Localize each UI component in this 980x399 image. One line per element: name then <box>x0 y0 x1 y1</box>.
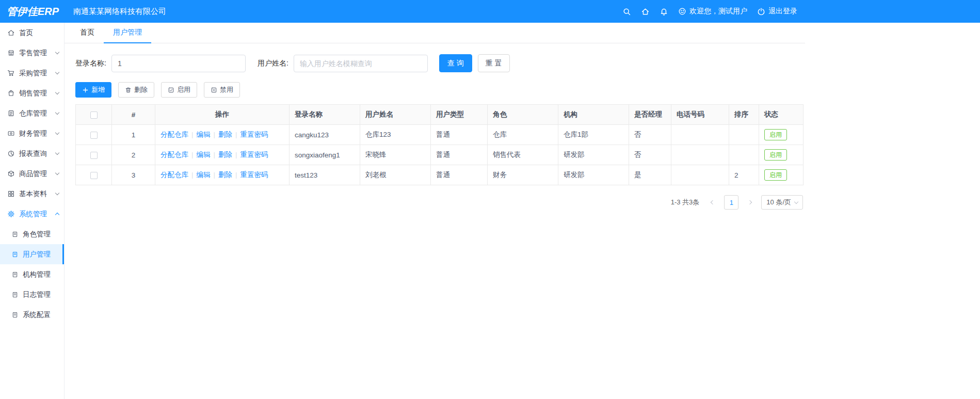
sidebar-item-products[interactable]: 商品管理 <box>0 164 64 184</box>
search-icon[interactable] <box>622 7 631 16</box>
manager-cell: 是 <box>629 165 671 185</box>
welcome-text: 欢迎您，测试用户 <box>689 7 747 16</box>
home-icon[interactable] <box>641 7 650 16</box>
page-size-select[interactable]: 10 条/页 <box>761 195 803 210</box>
divider: | <box>191 131 194 138</box>
sidebar-item-finance[interactable]: 财务管理 <box>0 123 64 143</box>
login-name-input[interactable] <box>111 55 246 72</box>
reset-password-link[interactable]: 重置密码 <box>240 131 268 138</box>
sidebar-item-label: 基本资料 <box>19 189 56 199</box>
role-cell: 销售代表 <box>488 145 558 165</box>
query-button[interactable]: 查 询 <box>439 54 472 72</box>
chevron-down-icon <box>55 151 59 155</box>
chevron-down-icon <box>55 90 59 94</box>
delete-link[interactable]: 删除 <box>218 151 232 158</box>
login-name-cell: songxiaofeng1 <box>290 145 360 165</box>
user-name-input[interactable] <box>294 55 428 72</box>
edit-link[interactable]: 编辑 <box>197 171 211 179</box>
column-header: 用户姓名 <box>360 105 431 125</box>
org-cell: 仓库1部 <box>558 125 629 145</box>
sidebar-item-home[interactable]: 首页 <box>0 23 64 43</box>
sidebar-item-system-config[interactable]: 系统配置 <box>0 305 64 325</box>
sidebar-item-label: 报表查询 <box>19 149 56 158</box>
sort-cell: 2 <box>729 165 759 185</box>
select-all-checkbox[interactable] <box>90 111 98 119</box>
sidebar-item-system[interactable]: 系统管理 <box>0 204 64 224</box>
sidebar-item-log-management[interactable]: 日志管理 <box>0 284 64 305</box>
form-icon <box>11 291 19 298</box>
user-name-cell: 刘老根 <box>360 165 431 185</box>
column-header: # <box>112 105 155 125</box>
sidebar-item-basic-data[interactable]: 基本资料 <box>0 184 64 204</box>
sidebar-item-warehouse[interactable]: 仓库管理 <box>0 103 64 123</box>
form-icon <box>11 251 19 258</box>
sidebar-item-org-management[interactable]: 机构管理 <box>0 264 64 284</box>
delete-link[interactable]: 删除 <box>218 131 232 138</box>
welcome-user[interactable]: 欢迎您，测试用户 <box>678 7 747 16</box>
divider: | <box>214 171 216 179</box>
pagination-total: 1-3 共3条 <box>671 198 700 207</box>
sidebar-item-label: 采购管理 <box>19 69 56 78</box>
delete-button[interactable]: 删除 <box>118 82 154 98</box>
tab-home[interactable]: 首页 <box>71 28 104 43</box>
table-row: 2 分配仓库|编辑|删除|重置密码 songxiaofeng1 宋晓锋 普通 销… <box>76 145 804 165</box>
sidebar-item-role-management[interactable]: 角色管理 <box>0 224 64 244</box>
row-index: 1 <box>112 125 155 145</box>
sidebar-item-label: 商品管理 <box>19 169 56 179</box>
sidebar: 首页 零售管理 采购管理 销售管理 仓库管理 财务管理 <box>0 23 65 399</box>
user-type-cell: 普通 <box>431 165 488 185</box>
user-name-cell: 宋晓锋 <box>360 145 431 165</box>
prev-page-button[interactable] <box>706 195 719 210</box>
box-icon <box>7 170 15 178</box>
chevron-down-icon <box>794 199 798 203</box>
tab-user-management[interactable]: 用户管理 <box>104 28 151 43</box>
page-number-button[interactable]: 1 <box>724 195 738 210</box>
divider: | <box>235 131 237 138</box>
bell-icon[interactable] <box>660 7 668 16</box>
next-page-button[interactable] <box>744 195 756 210</box>
sidebar-item-label: 系统配置 <box>23 310 51 320</box>
reset-button[interactable]: 重 置 <box>478 54 510 72</box>
row-checkbox[interactable] <box>90 132 98 139</box>
assign-warehouse-link[interactable]: 分配仓库 <box>160 131 188 138</box>
sidebar-item-sales[interactable]: 销售管理 <box>0 83 64 103</box>
sidebar-item-reports[interactable]: 报表查询 <box>0 143 64 164</box>
edit-link[interactable]: 编辑 <box>197 151 211 158</box>
manager-cell: 否 <box>629 145 671 165</box>
company-name: 南通某某网络科技有限公司 <box>73 7 166 17</box>
status-badge[interactable]: 启用 <box>764 169 787 181</box>
x-square-icon <box>211 87 217 93</box>
assign-warehouse-link[interactable]: 分配仓库 <box>160 151 188 158</box>
app-logo: 管伊佳ERP <box>0 5 65 19</box>
home-icon <box>7 29 15 37</box>
row-operations: 分配仓库|编辑|删除|重置密码 <box>155 145 290 165</box>
table-header-row: # 操作 登录名称 用户姓名 用户类型 角色 机构 是否经理 电话号码 排序 状… <box>76 105 804 125</box>
disable-button[interactable]: 禁用 <box>204 82 240 98</box>
enable-button[interactable]: 启用 <box>161 82 197 98</box>
manager-cell: 否 <box>629 125 671 145</box>
sidebar-item-label: 机构管理 <box>23 270 51 279</box>
logout-button[interactable]: 退出登录 <box>757 7 797 16</box>
sidebar-item-label: 仓库管理 <box>19 109 56 118</box>
status-badge[interactable]: 启用 <box>764 149 787 161</box>
add-button[interactable]: 新增 <box>75 82 111 98</box>
reset-password-link[interactable]: 重置密码 <box>240 171 268 179</box>
reset-password-link[interactable]: 重置密码 <box>240 151 268 158</box>
gear-icon <box>7 210 15 218</box>
delete-link[interactable]: 删除 <box>218 171 232 179</box>
column-header: 机构 <box>558 105 629 125</box>
row-index: 3 <box>112 165 155 185</box>
status-badge[interactable]: 启用 <box>764 129 787 140</box>
sidebar-item-purchase[interactable]: 采购管理 <box>0 63 64 83</box>
sidebar-item-user-management[interactable]: 用户管理 <box>0 244 64 264</box>
sidebar-item-retail[interactable]: 零售管理 <box>0 43 64 63</box>
assign-warehouse-link[interactable]: 分配仓库 <box>160 171 188 179</box>
org-cell: 研发部 <box>558 165 629 185</box>
row-checkbox[interactable] <box>90 172 98 179</box>
edit-link[interactable]: 编辑 <box>197 131 211 138</box>
page-size-value: 10 条/页 <box>766 198 791 207</box>
login-name-cell: test123 <box>290 165 360 185</box>
row-checkbox[interactable] <box>90 152 98 159</box>
column-header: 电话号码 <box>671 105 729 125</box>
main-area: 首页 用户管理 登录名称: 用户姓名: 查 询 重 置 新增 <box>65 23 805 399</box>
